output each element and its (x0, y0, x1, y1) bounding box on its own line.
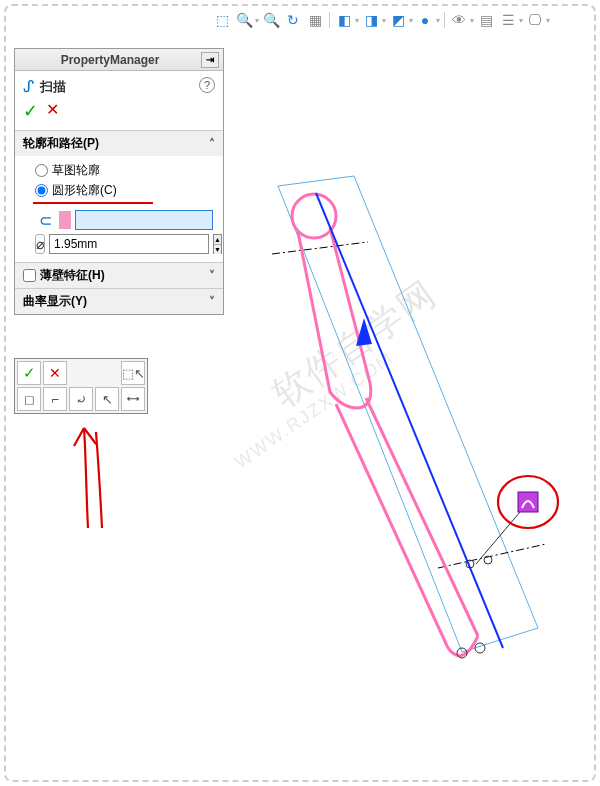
separator (444, 12, 445, 28)
pm-feature-row: ᔑ 扫描 ? (15, 71, 223, 100)
ctx-select-button[interactable]: ⬚↖ (121, 361, 145, 385)
cancel-button[interactable]: ✕ (46, 100, 59, 122)
sweep-icon: ᔑ (23, 77, 34, 96)
path-selection-box[interactable] (75, 210, 213, 230)
zoom-fit-icon[interactable]: ⬚ (212, 10, 232, 30)
feature-name: 扫描 (40, 78, 66, 96)
section-profile-path-header[interactable]: 轮廓和路径(P) ˄ (15, 130, 223, 156)
section-curvature-title: 曲率显示(Y) (23, 293, 87, 310)
diameter-input[interactable] (49, 234, 209, 254)
view-cube-icon[interactable]: ◧ (334, 10, 354, 30)
eye-icon[interactable]: 👁 (449, 10, 469, 30)
spin-up[interactable]: ▲ (214, 235, 221, 245)
path-select-row: ⊂ (35, 210, 213, 230)
pm-confirm-row: ✓ ✕ (15, 100, 223, 130)
section-profile-path-body: 草图轮廓 圆形轮廓(C) ⊂ ⌀ ▲ ▼ (15, 156, 223, 262)
thin-feature-checkbox[interactable]: 薄壁特征(H) (23, 267, 105, 284)
help-icon[interactable]: ? (199, 77, 215, 93)
magnify-icon[interactable]: 🔍 (261, 10, 281, 30)
dropdown-caret[interactable]: ▾ (255, 16, 259, 25)
ctx-pointer-button[interactable]: ⭤ (121, 387, 145, 411)
pm-header: PropertyManager ⇥ (15, 49, 223, 71)
radio-circular-label: 圆形轮廓(C) (52, 182, 117, 199)
context-toolbar: ✓ ✕ ⬚↖ ◻ ⌐ ⤾ ↖ ⭤ (14, 358, 148, 414)
ok-button[interactable]: ✓ (23, 100, 38, 122)
dropdown-caret[interactable]: ▾ (436, 16, 440, 25)
view-cube2-icon[interactable]: ◨ (361, 10, 381, 30)
dropdown-caret[interactable]: ▾ (409, 16, 413, 25)
dropdown-caret[interactable]: ▾ (519, 16, 523, 25)
diameter-spinner[interactable]: ▲ ▼ (213, 234, 222, 254)
radio-circular-input[interactable] (35, 184, 48, 197)
view-cube3-icon[interactable]: ◩ (388, 10, 408, 30)
thin-check-label: 薄壁特征(H) (40, 267, 105, 284)
ctx-line-button[interactable]: ⌐ (43, 387, 67, 411)
ctx-tangent-button[interactable]: ⤾ (69, 387, 93, 411)
section-thin-header[interactable]: 薄壁特征(H) ˅ (15, 262, 223, 288)
dropdown-caret[interactable]: ▾ (546, 16, 550, 25)
palette-icon[interactable]: ▤ (476, 10, 496, 30)
rotate-icon[interactable]: ↻ (283, 10, 303, 30)
radio-sketch-profile[interactable]: 草图轮廓 (35, 162, 213, 179)
ctx-ok-button[interactable]: ✓ (17, 361, 41, 385)
dropdown-caret[interactable]: ▾ (470, 16, 474, 25)
section-icon[interactable]: ▦ (305, 10, 325, 30)
view-toolbar: ⬚ 🔍 ▾ 🔍 ↻ ▦ ◧ ▾ ◨ ▾ ◩ ▾ ● ▾ 👁 ▾ ▤ ☰ ▾ 🖵 … (212, 10, 550, 30)
spin-down[interactable]: ▼ (214, 245, 221, 254)
path-c-icon[interactable]: ⊂ (35, 210, 55, 230)
separator (329, 12, 330, 28)
layers-icon[interactable]: ☰ (498, 10, 518, 30)
chevron-up-icon: ˄ (209, 137, 215, 151)
chevron-down-icon: ˅ (209, 269, 215, 283)
chevron-down-icon: ˅ (209, 295, 215, 309)
property-manager-panel: PropertyManager ⇥ ᔑ 扫描 ? ✓ ✕ 轮廓和路径(P) ˄ … (14, 48, 224, 315)
ctx-cancel-button[interactable]: ✕ (43, 361, 67, 385)
pm-title: PropertyManager (19, 53, 201, 67)
annotation-underline (33, 202, 153, 204)
diameter-icon[interactable]: ⌀ (35, 234, 45, 254)
radio-sketch-label: 草图轮廓 (52, 162, 100, 179)
radio-sketch-input[interactable] (35, 164, 48, 177)
radio-circular-profile[interactable]: 圆形轮廓(C) (35, 182, 213, 199)
section-curvature-header[interactable]: 曲率显示(Y) ˅ (15, 288, 223, 314)
pin-icon[interactable]: ⇥ (201, 52, 219, 68)
section-title: 轮廓和路径(P) (23, 135, 99, 152)
diameter-row: ⌀ ▲ ▼ (35, 234, 213, 254)
dropdown-caret[interactable]: ▾ (355, 16, 359, 25)
dropdown-caret[interactable]: ▾ (382, 16, 386, 25)
ctx-cursor-button[interactable]: ↖ (95, 387, 119, 411)
ctx-box-button[interactable]: ◻ (17, 387, 41, 411)
view-sphere-icon[interactable]: ● (415, 10, 435, 30)
monitor-icon[interactable]: 🖵 (525, 10, 545, 30)
selected-entity-swatch (59, 211, 71, 229)
zoom-area-icon[interactable]: 🔍 (234, 10, 254, 30)
thin-check-input[interactable] (23, 269, 36, 282)
